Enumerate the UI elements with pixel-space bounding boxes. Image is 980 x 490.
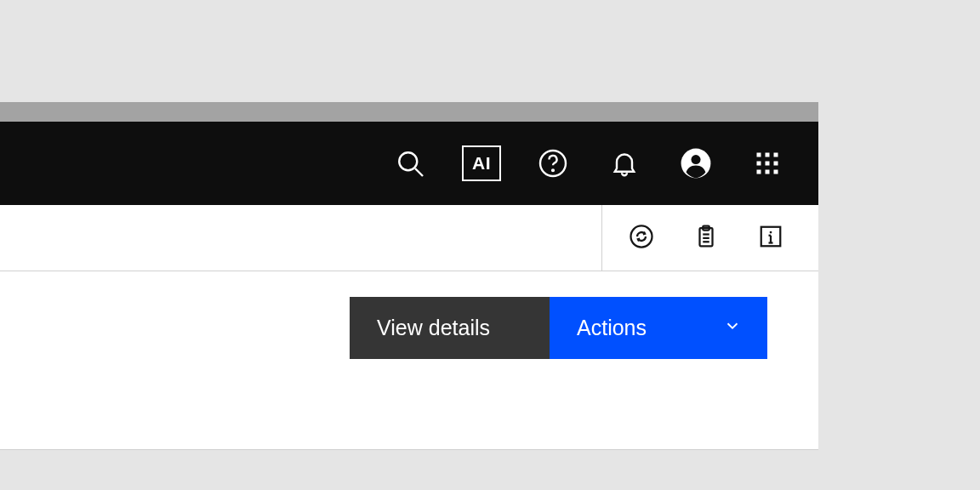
app-switcher-button[interactable] — [732, 122, 803, 205]
search-icon — [395, 148, 425, 179]
notifications-button[interactable] — [589, 122, 660, 205]
bell-icon — [609, 148, 640, 179]
user-icon — [680, 147, 712, 179]
actions-dropdown-button[interactable]: Actions — [550, 297, 767, 359]
refresh-button[interactable] — [609, 205, 674, 271]
ai-button[interactable]: AI — [446, 122, 517, 205]
grid-icon — [755, 151, 780, 176]
svg-line-1 — [415, 168, 423, 176]
svg-rect-10 — [766, 162, 770, 166]
svg-point-5 — [691, 155, 700, 164]
svg-rect-11 — [774, 162, 778, 166]
svg-rect-14 — [774, 170, 778, 174]
help-button[interactable] — [517, 122, 589, 205]
section-divider — [0, 449, 818, 450]
view-details-label: View details — [377, 316, 490, 339]
info-button[interactable] — [738, 205, 803, 271]
search-button[interactable] — [374, 122, 446, 205]
account-button[interactable] — [660, 122, 732, 205]
actions-label: Actions — [577, 316, 647, 340]
svg-rect-8 — [774, 153, 778, 157]
help-icon — [538, 148, 568, 179]
svg-rect-6 — [757, 153, 761, 157]
content-area: View details Actions — [0, 271, 818, 359]
refresh-icon — [629, 224, 654, 253]
page-toolbar — [0, 205, 818, 271]
svg-point-15 — [631, 225, 652, 247]
global-header: AI — [0, 122, 818, 205]
ai-icon: AI — [462, 145, 501, 181]
svg-rect-13 — [766, 170, 770, 174]
clipboard-icon — [693, 224, 719, 253]
window-titlebar — [0, 102, 818, 122]
app-window: AI — [0, 102, 818, 450]
svg-rect-7 — [766, 153, 770, 157]
view-details-button[interactable]: View details — [350, 297, 550, 359]
action-button-row: View details Actions — [350, 297, 767, 359]
clipboard-button[interactable] — [674, 205, 738, 271]
svg-rect-12 — [757, 170, 761, 174]
svg-point-22 — [770, 231, 772, 233]
svg-point-0 — [399, 152, 417, 170]
toolbar-actions-group — [601, 205, 818, 271]
svg-rect-9 — [757, 162, 761, 166]
chevron-down-icon — [723, 316, 742, 340]
info-icon — [758, 224, 783, 253]
svg-point-3 — [552, 169, 554, 171]
